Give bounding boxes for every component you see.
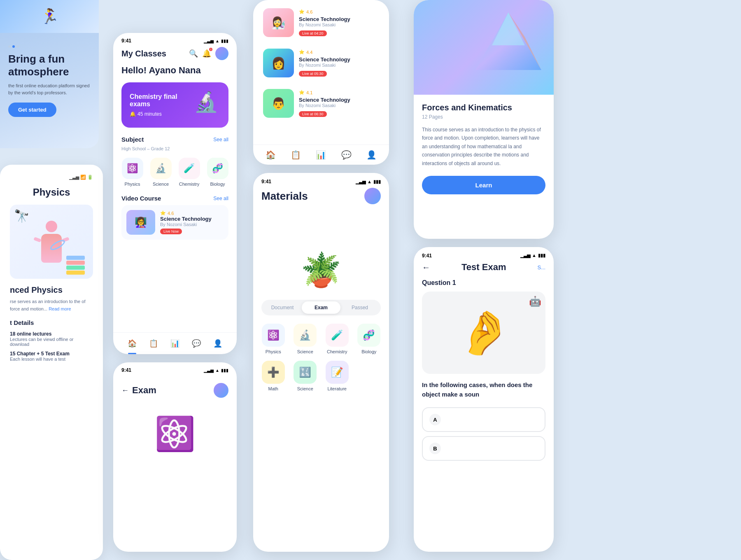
dot-1[interactable] [8, 45, 11, 48]
tab-passed[interactable]: Passed [340, 301, 379, 314]
video-thumbnail: 👩‍🏫 [126, 210, 155, 235]
status-icons: ▁▃▅ ▲ ▮▮▮ [520, 253, 545, 259]
scitech-title-1: Science Technology [299, 16, 379, 22]
nav-chart[interactable]: 📊 [169, 338, 181, 349]
scitech-nav-list[interactable]: 📋 [291, 150, 301, 160]
video-title: Video Course [121, 195, 161, 202]
user-avatar[interactable] [215, 47, 228, 60]
get-started-button[interactable]: Get started [8, 103, 56, 117]
star-icon: ⭐ [299, 9, 305, 14]
myclasses-title: My Classes [121, 49, 166, 58]
scitech-title-2: Science Technology [299, 56, 379, 63]
tab-exam[interactable]: Exam [302, 301, 340, 314]
subject-science[interactable]: 🔬 Science [150, 158, 172, 187]
scitech-nav-chart[interactable]: 📊 [316, 150, 326, 160]
question-image: 🤌 🤖 [422, 292, 545, 374]
mat-subject-science2[interactable]: 🔣 Science [292, 361, 319, 391]
materials-status-bar: 9:41 ▁▃▅ ▲ ▮▮▮ [253, 173, 389, 188]
myclasses-header: My Classes 🔍 🔔 3 [113, 47, 237, 65]
exam-banner[interactable]: Chemistry final exams 🔔 45 minutes 🔬 [121, 82, 228, 128]
scitech-item-2[interactable]: 👩 ⭐ 4.4 Science Technology By Nozomi Sas… [260, 45, 382, 81]
subject-chemistry[interactable]: 🧪 Chemistry [178, 158, 200, 187]
status-bar: ▁▃▅ 📶 🔋 [10, 175, 93, 180]
testexam-panel: 9:41 ▁▃▅ ▲ ▮▮▮ ← Test Exam S... Question… [414, 247, 554, 552]
battery-icon: ▮▮▮ [373, 179, 381, 184]
wifi-icon: ▲ [367, 179, 372, 184]
subjects-grid: ⚛️ Physics 🔬 Science 🧪 Chemistry 🧬 Biolo… [113, 158, 237, 195]
wifi-icon: 📶 [80, 175, 86, 180]
materials-panel: 9:41 ▁▃▅ ▲ ▮▮▮ Materials 🪴 Document Exam… [253, 173, 389, 552]
mat-science2-icon: 🔣 [294, 361, 317, 384]
option-b[interactable]: B [422, 436, 545, 461]
mat-subject-science[interactable]: 🔬 Science [292, 324, 319, 354]
testexam-title: Test Exam [435, 262, 532, 273]
exam-panel-header: ← Exam [113, 376, 237, 401]
dot-2[interactable] [12, 45, 15, 48]
scitech-nav-home[interactable]: 🏠 [266, 150, 276, 160]
mat-subject-chemistry[interactable]: 🧪 Chemistry [324, 324, 351, 354]
video-see-all-link[interactable]: See all [213, 196, 228, 201]
intro-heading: Bring a fun atmosphere [8, 53, 91, 78]
video-course-title: Science Technology [160, 216, 224, 222]
mat-subject-math[interactable]: ➕ Math [260, 361, 287, 391]
scitech-thumb-2: 👩 [263, 49, 294, 77]
mat-subject-literature[interactable]: 📝 Literature [324, 361, 351, 391]
option-a[interactable]: A [422, 407, 545, 432]
mat-subject-physics[interactable]: ⚛️ Physics [260, 324, 287, 354]
video-rating: ⭐ 4.6 [160, 210, 224, 216]
scitech-thumb-3: 👨 [263, 89, 294, 118]
testexam-status-bar: 9:41 ▁▃▅ ▲ ▮▮▮ [414, 247, 554, 262]
exam-back-button[interactable]: ← Exam [121, 385, 156, 396]
star-icon: ⭐ [299, 90, 305, 95]
search-icon[interactable]: 🔍 [189, 49, 198, 58]
plant-illustration: 🪴 [253, 211, 389, 293]
scitech-nav-profile[interactable]: 👤 [366, 150, 377, 160]
scitech-rating-3: ⭐ 4.1 [299, 90, 379, 95]
nav-profile[interactable]: 👤 [212, 338, 224, 349]
scitech-item-1[interactable]: 👩‍🔬 ⭐ 4.6 Science Technology By Nozomi S… [260, 5, 382, 40]
scitech-nav-chat[interactable]: 💬 [341, 150, 352, 160]
mat-literature-icon: 📝 [326, 361, 349, 384]
materials-title: Materials [261, 190, 308, 203]
science-label: Science [153, 182, 169, 187]
testexam-back-button[interactable]: ← [422, 263, 430, 272]
exam-microscope-3d: 🔬 [194, 91, 220, 119]
physics-icon: ⚛️ [122, 158, 143, 179]
intro-panel: 🏃‍♀️ Bring a fun atmosphere the first on… [0, 0, 99, 148]
carousel-dots [8, 45, 91, 48]
physics-description: rse serves as an introduction to the of … [10, 298, 93, 313]
bottom-navigation: 🏠 📋 📊 💬 👤 [113, 332, 237, 354]
scitech-item-3[interactable]: 👨 ⭐ 4.1 Science Technology By Nozomi Sas… [260, 86, 382, 121]
intro-subtext: the first online education platform sign… [8, 82, 91, 96]
exam-phone-panel: 9:41 ▁▃▅ ▲ ▮▮▮ ← Exam ⚛️ [113, 362, 237, 552]
mat-physics-icon: ⚛️ [262, 324, 285, 347]
answer-options: A B [414, 407, 554, 461]
read-more-link[interactable]: Read more [49, 306, 71, 311]
physics-title: Physics [10, 187, 93, 198]
science-icon: 🔬 [150, 158, 172, 179]
nav-chat[interactable]: 💬 [191, 338, 202, 349]
subject-biology[interactable]: 🧬 Biology [207, 158, 228, 187]
subject-physics[interactable]: ⚛️ Physics [121, 158, 143, 187]
bell-icon[interactable]: 🔔 3 [202, 49, 211, 58]
scitech-author-2: By Nozomi Sasaki [299, 63, 379, 68]
nav-home[interactable]: 🏠 [126, 338, 138, 349]
nav-list[interactable]: 📋 [148, 338, 159, 349]
testexam-save[interactable]: S... [537, 264, 545, 271]
tab-document[interactable]: Document [263, 301, 302, 314]
dot-3[interactable] [16, 45, 19, 48]
mat-math-icon: ➕ [262, 361, 285, 384]
subject-see-all-link[interactable]: See all [213, 137, 228, 142]
signal-icon: ▁▃▅ [204, 39, 214, 43]
signal-icon: ▁▃▅ [356, 179, 366, 184]
option-b-letter: B [429, 443, 441, 454]
detail-chapters: 15 Chapter + 5 Test Exam Each lesson wil… [10, 351, 93, 362]
video-card[interactable]: 👩‍🏫 ⭐ 4.6 Science Technology By Nozomi S… [121, 205, 228, 240]
testexam-header: ← Test Exam S... [414, 262, 554, 279]
learn-button[interactable]: Learn [422, 176, 545, 194]
mat-science-icon: 🔬 [294, 324, 317, 347]
scitech-panel: 👩‍🔬 ⭐ 4.6 Science Technology By Nozomi S… [253, 0, 389, 165]
mat-subject-biology[interactable]: 🧬 Biology [356, 324, 383, 354]
forces-hero-image [414, 0, 554, 95]
star-icon: ⭐ [160, 210, 166, 216]
